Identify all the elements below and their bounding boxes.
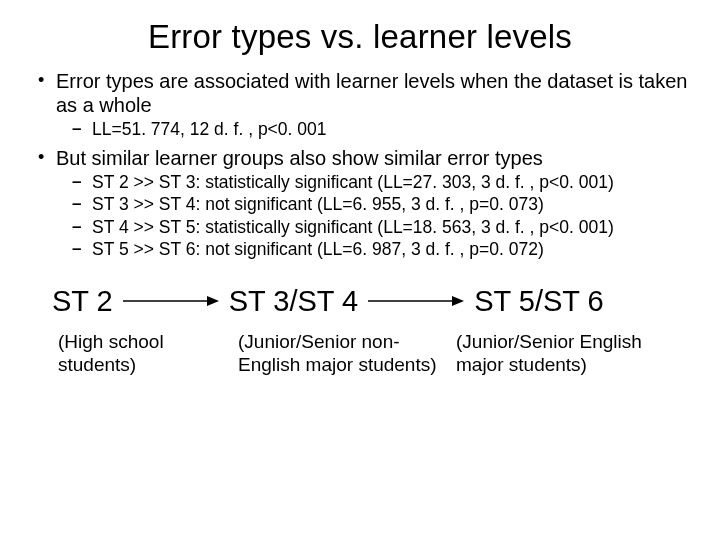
slide-title: Error types vs. learner levels — [30, 18, 690, 56]
bullet-1-sublist: LL=51. 774, 12 d. f. , p<0. 001 — [56, 119, 690, 140]
descriptions-row: (High school students) (Junior/Senior no… — [30, 330, 690, 376]
desc-st3-st4: (Junior/Senior non-English major student… — [238, 330, 456, 376]
bullet-1-sub-1: LL=51. 774, 12 d. f. , p<0. 001 — [92, 119, 690, 140]
bullet-2-text: But similar learner groups also show sim… — [56, 147, 543, 169]
group-st3-st4: ST 3/ST 4 — [229, 285, 359, 318]
bullet-2: But similar learner groups also show sim… — [56, 147, 690, 261]
bullet-2-sub-1: ST 2 >> ST 3: statistically significant … — [92, 172, 690, 193]
group-st5-st6: ST 5/ST 6 — [474, 285, 604, 318]
bullet-2-sub-2: ST 3 >> ST 4: not significant (LL=6. 955… — [92, 194, 690, 215]
bullet-list: Error types are associated with learner … — [30, 70, 690, 261]
bullet-2-sub-4: ST 5 >> ST 6: not significant (LL=6. 987… — [92, 239, 690, 260]
slide: Error types vs. learner levels Error typ… — [0, 0, 720, 540]
svg-marker-3 — [452, 296, 464, 306]
groups-row: ST 2 ST 3/ST 4 ST 5/ST 6 — [30, 285, 690, 318]
bullet-1-text: Error types are associated with learner … — [56, 70, 687, 116]
desc-st5-st6: (Junior/Senior English major students) — [456, 330, 656, 376]
group-st2: ST 2 — [52, 285, 113, 318]
arrow-icon — [368, 293, 464, 309]
desc-st2: (High school students) — [58, 330, 238, 376]
svg-marker-1 — [207, 296, 219, 306]
bullet-2-sublist: ST 2 >> ST 3: statistically significant … — [56, 172, 690, 260]
bullet-2-sub-3: ST 4 >> ST 5: statistically significant … — [92, 217, 690, 238]
arrow-icon — [123, 293, 219, 309]
bullet-1: Error types are associated with learner … — [56, 70, 690, 141]
